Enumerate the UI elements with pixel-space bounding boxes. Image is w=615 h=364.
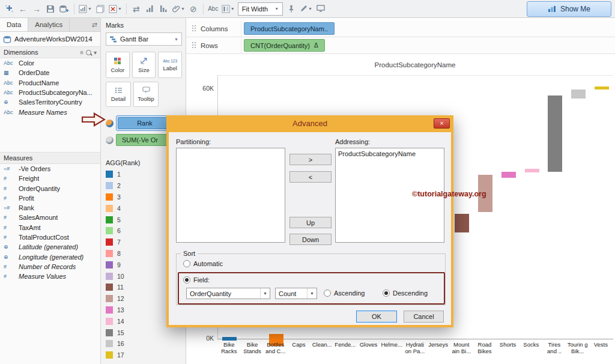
x-axis-label[interactable]: Tourin g Bik... <box>566 341 589 357</box>
search-icon[interactable] <box>86 50 91 55</box>
save-icon[interactable] <box>45 3 56 15</box>
partitioning-listbox[interactable] <box>176 148 285 243</box>
cancel-button[interactable]: Cancel <box>404 311 444 323</box>
measure-field[interactable]: ⊕Longitude (generated) <box>0 252 100 261</box>
x-axis-label[interactable]: Gloves <box>357 341 380 357</box>
addressing-item[interactable]: ProductSubcategoryName <box>338 150 441 158</box>
legend-item[interactable]: 17 <box>106 350 182 361</box>
measure-field[interactable]: =#Rank <box>0 203 100 213</box>
rows-shelf[interactable]: Rows CNT(OrderQuantity) Δ <box>186 37 615 54</box>
x-axis-label[interactable]: Road Bikes <box>473 341 497 357</box>
x-axis-label[interactable]: Bike Stands <box>241 341 264 357</box>
move-left-button[interactable]: < <box>289 171 332 183</box>
sort-descending-icon[interactable] <box>159 3 169 15</box>
move-right-button[interactable]: > <box>289 154 332 165</box>
x-axis-label[interactable]: Fende... <box>333 341 357 357</box>
measure-field[interactable]: #OrderQuantity <box>0 183 100 193</box>
tab-data[interactable]: Data <box>0 18 28 31</box>
x-axis-label[interactable]: Helme... <box>380 341 404 357</box>
measure-field[interactable]: #SalesAmount <box>0 213 100 222</box>
descending-radio[interactable]: Descending <box>383 290 428 297</box>
measure-field[interactable]: #Number of Records <box>0 262 100 271</box>
dimension-field[interactable]: ▦OrderDate <box>0 68 100 77</box>
x-axis-label[interactable]: Clean... <box>311 341 334 357</box>
rows-pill[interactable]: CNT(OrderQuantity) Δ <box>244 39 325 52</box>
clear-sheet-icon[interactable]: ▼ <box>109 3 122 15</box>
x-axis-label[interactable]: Mount ain Bi... <box>450 341 473 357</box>
fit-mode-select[interactable]: Fit Width ▼ <box>238 2 283 16</box>
legend-item[interactable]: 15 <box>106 327 182 338</box>
dimension-field[interactable]: AbcColor <box>0 58 100 68</box>
rank-pill[interactable]: Rank <box>118 117 172 129</box>
datasource-item[interactable]: AdventureWorksDW2014 <box>0 32 100 46</box>
fix-axes-icon[interactable] <box>286 3 297 15</box>
sort-aggregation-dropdown[interactable]: Count ▼ <box>275 288 317 299</box>
tooltip-button[interactable]: Tooltip <box>133 82 159 107</box>
detail-button[interactable]: Detail <box>106 82 131 107</box>
chevron-down-icon[interactable]: ▾ <box>94 49 97 56</box>
x-axis-label[interactable]: Tires and .. <box>543 341 566 357</box>
move-up-button[interactable]: Up <box>289 217 332 228</box>
view-list-icon[interactable]: ≡ <box>80 49 83 56</box>
measure-field[interactable]: =#-Ve Orders <box>0 164 100 174</box>
label-button[interactable]: Abc 123 Label <box>158 52 182 78</box>
x-axis-label[interactable]: Vests <box>589 341 613 357</box>
sort-field-dropdown[interactable]: OrderQuantity ▼ <box>186 288 270 299</box>
close-icon[interactable]: × <box>434 118 450 129</box>
x-axis-label[interactable]: Shorts <box>496 341 520 357</box>
ok-button[interactable]: OK <box>356 311 397 323</box>
size-button[interactable]: Size <box>132 52 156 78</box>
columns-pill[interactable]: ProductSubcategoryNam.. <box>244 22 335 35</box>
measure-field[interactable]: #Measure Values <box>0 271 100 281</box>
marks-buttons-row1: Color Size Abc 123 Label <box>106 52 182 78</box>
gantt-bar[interactable] <box>525 169 539 172</box>
measure-field[interactable]: ⊕Latitude (generated) <box>0 242 100 252</box>
measure-field[interactable]: #Freight <box>0 174 100 183</box>
back-icon[interactable]: ← <box>17 3 28 15</box>
forward-icon[interactable]: → <box>31 3 42 15</box>
mark-type-select[interactable]: Gantt Bar ▼ <box>106 32 182 46</box>
highlight-pen-icon[interactable]: ▼ <box>300 3 312 15</box>
presentation-mode-icon[interactable] <box>315 3 326 15</box>
show-mark-labels-button[interactable]: Abc <box>208 3 219 15</box>
x-axis-label[interactable]: Jerseys <box>426 341 450 357</box>
x-axis-label[interactable]: Socks <box>520 341 543 357</box>
legend-swatch <box>106 171 113 178</box>
x-axis-label[interactable]: Hydrati on Pa... <box>404 341 427 357</box>
legend-label: 10 <box>117 273 124 280</box>
show-me-cards-icon[interactable]: ▼ <box>222 3 235 15</box>
highlight-off-icon[interactable]: ⊘ <box>188 3 199 15</box>
dimension-field[interactable]: ⊕SalesTerritoryCountry <box>0 97 100 107</box>
ascending-radio[interactable]: Ascending <box>324 290 365 297</box>
gantt-bar[interactable] <box>571 89 586 99</box>
columns-shelf[interactable]: Columns ProductSubcategoryNam.. <box>186 20 615 37</box>
measure-field[interactable]: #TaxAmt <box>0 223 100 232</box>
color-button[interactable]: Color <box>106 52 130 78</box>
group-members-icon[interactable]: ▼ <box>172 3 185 15</box>
gantt-bar[interactable] <box>548 96 562 172</box>
swap-panes-icon[interactable]: ⇄ <box>89 18 100 31</box>
dimension-field[interactable]: AbcProductName <box>0 78 100 88</box>
field-radio[interactable]: Field: <box>183 276 210 284</box>
add-data-source-icon[interactable] <box>59 3 70 15</box>
new-worksheet-icon[interactable]: ▼ <box>79 3 92 15</box>
sort-ascending-icon[interactable] <box>145 3 156 15</box>
x-axis-label[interactable]: Bike Racks <box>217 341 241 357</box>
legend-item[interactable]: 16 <box>106 338 182 350</box>
x-axis-label[interactable]: Caps <box>287 341 311 357</box>
gantt-bar[interactable] <box>455 214 469 232</box>
gantt-bar[interactable] <box>501 172 516 178</box>
dimension-field[interactable]: AbcProductSubcategoryNa... <box>0 88 100 97</box>
show-me-button[interactable]: Show Me <box>527 1 611 17</box>
gantt-bar[interactable] <box>595 86 609 90</box>
x-axis-label[interactable]: Bottles and C... <box>264 341 287 357</box>
move-down-button[interactable]: Down <box>289 234 332 245</box>
automatic-radio[interactable]: Automatic <box>183 260 223 267</box>
tab-analytics[interactable]: Analytics <box>28 18 70 31</box>
duplicate-sheet-icon[interactable] <box>95 3 106 15</box>
dialog-titlebar[interactable]: Advanced × <box>166 115 453 132</box>
measure-field[interactable]: #Profit <box>0 193 100 203</box>
gantt-bar[interactable] <box>222 337 237 341</box>
swap-rows-columns-icon[interactable]: ⇄ <box>131 3 142 15</box>
measure-field[interactable]: #TotalProductCost <box>0 232 100 242</box>
